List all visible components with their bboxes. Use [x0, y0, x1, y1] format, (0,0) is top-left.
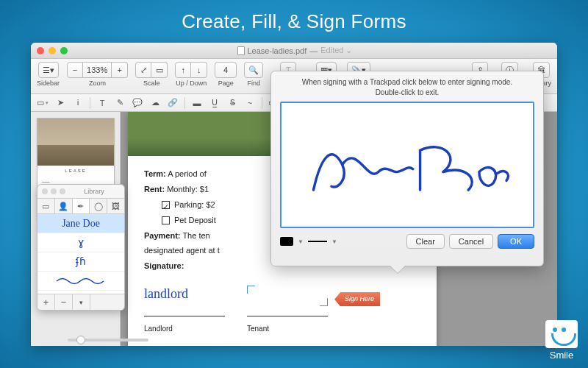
library-remove-button[interactable]: −	[55, 294, 73, 310]
sidebar-label: Sidebar	[37, 79, 60, 87]
toolbar-updown-group: ↑ ↓ Up / Down	[175, 62, 207, 87]
library-tab-signatures[interactable]: ✒	[73, 199, 90, 213]
select-tool[interactable]: ▭	[35, 96, 50, 110]
term-label: Term:	[144, 169, 166, 178]
smile-logo-icon	[545, 320, 578, 348]
library-footer: + − ▾	[37, 294, 124, 310]
highlight-tool[interactable]: ▬	[190, 96, 204, 110]
squiggle-tool[interactable]: ~	[243, 96, 257, 110]
signature-instructions: When signing with a Trackpad click below…	[271, 71, 543, 102]
toolbar-zoom-group: − 133% + Zoom	[67, 62, 128, 87]
thumb-caption: LEASE	[37, 169, 114, 173]
minimize-icon[interactable]	[49, 47, 56, 54]
pointer-tool[interactable]: ➤	[53, 96, 68, 110]
petdeposit-checkbox[interactable]	[162, 216, 170, 224]
library-item[interactable]: Jane Doe	[37, 214, 124, 233]
chevron-down-icon: ▼	[298, 238, 304, 245]
payment-label: Payment:	[144, 231, 181, 240]
page-down-button[interactable]: ↓	[191, 62, 207, 78]
comment-tool[interactable]: 💬	[130, 96, 145, 110]
thumbnail-size-slider[interactable]	[68, 339, 148, 342]
updown-label: Up / Down	[176, 79, 207, 87]
zoom-label: Zoom	[89, 79, 106, 87]
library-tab-images[interactable]: 🖼	[107, 199, 124, 213]
find-button[interactable]: 🔍	[244, 62, 263, 78]
library-more-button[interactable]: ▾	[73, 294, 90, 310]
parking-checkbox[interactable]	[162, 201, 170, 209]
rent-text: Monthly: $1	[167, 185, 209, 194]
find-label: Find	[247, 79, 260, 87]
text-tool[interactable]: T	[95, 96, 110, 110]
page-field[interactable]: 4	[215, 62, 237, 78]
strike-tool[interactable]: S̶	[225, 96, 240, 110]
library-add-button[interactable]: +	[37, 294, 55, 310]
library-title: Library	[68, 188, 120, 195]
library-item[interactable]: ɣ	[37, 233, 124, 252]
note-tool[interactable]: ✎	[112, 96, 127, 110]
window-title: Lease-ladies.pdf	[248, 46, 307, 55]
library-tab-people[interactable]: 👤	[55, 199, 73, 213]
library-tab-shapes[interactable]: ◯	[90, 199, 107, 213]
document-icon	[237, 46, 245, 55]
sign-here-stamp: Sign Here	[334, 292, 380, 306]
zoom-in-button[interactable]: +	[112, 62, 128, 78]
parking-label: Parking: $2	[174, 200, 215, 209]
sig-line-weight[interactable]	[308, 241, 327, 242]
ok-button[interactable]: OK	[498, 234, 534, 249]
sig-color-swatch[interactable]	[280, 237, 293, 246]
clear-button[interactable]: Clear	[406, 234, 445, 249]
signature-pad[interactable]	[280, 102, 534, 228]
toolbar-sidebar-group: ☰▾ Sidebar	[37, 62, 60, 87]
brand-name: Smile	[545, 350, 578, 361]
library-panel: Library ▭ 👤 ✒ ◯ 🖼 Jane Doe ɣ ʄɦ + − ▾	[37, 184, 125, 311]
signature-controls-row: ▼ ▼ Clear Cancel OK	[271, 228, 543, 255]
zoom-out-button[interactable]: −	[67, 62, 83, 78]
tenant-signature-field[interactable]	[247, 286, 328, 306]
chevron-down-icon: ▼	[331, 238, 337, 245]
library-tabs: ▭ 👤 ✒ ◯ 🖼	[37, 198, 124, 214]
zoom-value[interactable]: 133%	[83, 62, 112, 78]
toolbar-find-group: 🔍 Find	[244, 62, 263, 87]
toolbar-page-group: 4 Page	[215, 62, 237, 87]
payment-text: The ten	[182, 231, 209, 240]
tenant-role: Tenant	[247, 322, 420, 336]
scale-actual-button[interactable]: ▭	[151, 62, 168, 78]
cancel-button[interactable]: Cancel	[449, 234, 493, 249]
signature-label: Signature:	[144, 261, 184, 270]
title-separator: —	[309, 46, 318, 55]
close-icon[interactable]	[37, 47, 44, 54]
text-select-tool[interactable]: Ꭵ	[71, 96, 85, 110]
titlebar: Lease-ladies.pdf — Edited ⌄	[31, 43, 557, 59]
page-up-button[interactable]: ↑	[175, 62, 191, 78]
landlord-role: Landlord	[144, 322, 225, 336]
landlord-signature: landlord	[144, 281, 225, 306]
petdeposit-label: Pet Deposit	[174, 216, 216, 224]
window-controls	[37, 47, 68, 54]
rent-label: Rent:	[144, 185, 165, 194]
brand-badge: Smile	[545, 320, 578, 361]
library-list: Jane Doe ɣ ʄɦ	[37, 214, 124, 294]
library-item[interactable]	[37, 272, 124, 291]
term-text: A period of	[168, 169, 207, 178]
edited-status: Edited ⌄	[320, 46, 352, 55]
signature-popover: When signing with a Trackpad click below…	[270, 71, 544, 266]
hero-tagline: Create, Fill, & Sign Forms	[0, 0, 588, 40]
page-label: Page	[218, 79, 234, 87]
underline-tool[interactable]: U̲	[207, 96, 222, 110]
sidebar-toggle-button[interactable]: ☰▾	[38, 62, 59, 78]
link-tool[interactable]: 🔗	[165, 96, 180, 110]
library-tab-stamps[interactable]: ▭	[37, 199, 55, 213]
payment-text2: designated agent at t	[144, 246, 220, 255]
callout-tool[interactable]: ☁	[148, 96, 162, 110]
library-item[interactable]: ʄɦ	[37, 252, 124, 272]
scale-label: Scale	[143, 79, 160, 87]
scale-fit-button[interactable]: ⤢	[135, 62, 151, 78]
toolbar-scale-group: ⤢ ▭ Scale	[135, 62, 168, 87]
zoom-icon[interactable]	[60, 47, 68, 54]
